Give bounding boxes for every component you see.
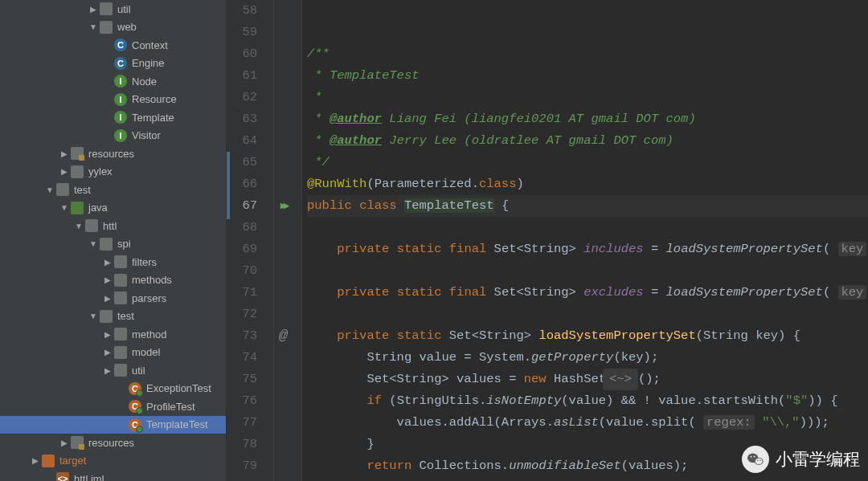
tree-item-label: yylex [88, 165, 113, 177]
code-line[interactable]: private static Set<String> loadSystemPro… [307, 325, 868, 347]
tree-item-yylex[interactable]: ▶yylex [0, 163, 226, 181]
tree-item-label: model [132, 346, 160, 358]
svg-point-6 [760, 460, 761, 462]
run-gutter-icon[interactable]: ▶▶ [265, 195, 301, 217]
tree-item-method[interactable]: ▶method [0, 325, 226, 344]
code-line[interactable]: String value = System.getProperty(key); [307, 347, 868, 369]
expand-arrow-icon[interactable]: ▼ [88, 312, 98, 320]
expand-arrow-icon[interactable]: ▶ [103, 275, 113, 284]
line-number[interactable]: 61 [227, 65, 257, 87]
code-line[interactable] [307, 22, 868, 43]
expand-arrow-icon[interactable]: ▶ [103, 348, 113, 357]
code-line[interactable] [307, 217, 868, 238]
expand-arrow-icon[interactable]: ▶ [88, 5, 98, 14]
override-gutter-icon[interactable]: @ [265, 325, 301, 347]
code-line[interactable]: @RunWith(Parameterized.class) [307, 173, 868, 195]
expand-arrow-icon[interactable]: ▶ [31, 456, 40, 465]
tree-item-template[interactable]: ITemplate [0, 108, 226, 127]
expand-arrow-icon[interactable]: ▶ [103, 366, 113, 375]
tree-item-filters[interactable]: ▶filters [0, 253, 226, 271]
line-number[interactable]: 70 [227, 260, 257, 282]
tree-item-methods[interactable]: ▶methods [0, 271, 226, 290]
code-line[interactable]: * [307, 87, 868, 108]
line-number[interactable]: 69 [227, 238, 257, 260]
code-line[interactable]: } [307, 477, 868, 481]
line-number[interactable]: 59 [227, 22, 257, 43]
code-area[interactable]: /** * TemplateTest * * @author Liang Fei… [302, 0, 868, 481]
code-line[interactable]: if (StringUtils.isNotEmpty(value) && ! v… [307, 390, 868, 412]
expand-arrow-icon[interactable]: ▼ [74, 222, 84, 230]
code-line[interactable] [307, 260, 868, 282]
line-number[interactable]: 80 [227, 477, 257, 481]
tree-item-visitor[interactable]: IVisitor [0, 127, 226, 145]
code-line[interactable]: */ [307, 152, 868, 173]
expand-arrow-icon[interactable]: ▶ [59, 167, 69, 176]
tree-item-engine[interactable]: CEngine [0, 55, 226, 73]
line-number[interactable]: 64 [227, 130, 257, 152]
line-number[interactable]: 58 [227, 0, 257, 22]
tree-item-exceptiontest[interactable]: CExceptionTest [0, 380, 226, 398]
line-number[interactable]: 62 [227, 87, 257, 108]
expand-arrow-icon[interactable]: ▶ [59, 149, 69, 158]
line-number[interactable]: 66 [227, 173, 257, 195]
line-number[interactable]: 67 [227, 195, 257, 217]
tree-item-web[interactable]: ▼web [0, 18, 226, 37]
expand-arrow-icon[interactable]: ▼ [45, 185, 55, 194]
tree-item-templatetest[interactable]: CTemplateTest [0, 416, 226, 434]
line-number[interactable]: 72 [227, 304, 257, 325]
line-number[interactable]: 75 [227, 369, 257, 390]
tree-item-java[interactable]: ▼java [0, 199, 226, 218]
line-number[interactable]: 71 [227, 282, 257, 304]
line-number[interactable]: 65 [227, 152, 257, 173]
folder-icon [100, 310, 113, 323]
line-number[interactable]: 76 [227, 390, 257, 412]
code-line[interactable]: * TemplateTest [307, 65, 868, 87]
line-number[interactable]: 77 [227, 412, 257, 434]
code-line[interactable]: private static final Set<String> exclude… [307, 282, 868, 304]
tree-item-util[interactable]: ▶util [0, 0, 226, 18]
code-line[interactable]: values.addAll(Arrays.asList(value.split(… [307, 412, 868, 434]
line-number[interactable]: 63 [227, 108, 257, 130]
tree-item-resource[interactable]: IResource [0, 91, 226, 109]
tree-item-profiletest[interactable]: CProfileTest [0, 397, 226, 416]
editor-margin[interactable]: ▶▶@ [265, 0, 302, 481]
expand-arrow-icon[interactable]: ▼ [88, 239, 98, 248]
code-line[interactable] [307, 304, 868, 325]
expand-arrow-icon[interactable]: ▶ [59, 438, 69, 447]
line-number[interactable]: 68 [227, 217, 257, 238]
class-icon: C [129, 382, 141, 395]
tree-item-target[interactable]: ▶target [0, 452, 226, 471]
tree-item-resources[interactable]: ▶resources [0, 145, 226, 163]
expand-arrow-icon[interactable]: ▶ [103, 294, 113, 303]
line-number[interactable]: 60 [227, 43, 257, 65]
class-icon: <> [56, 472, 69, 481]
tree-item-node[interactable]: INode [0, 72, 226, 91]
code-line[interactable]: Set<String> values = new HashSet<~>(); [307, 369, 868, 390]
tree-item-util[interactable]: ▶util [0, 361, 226, 380]
tree-item-httl[interactable]: ▼httl [0, 217, 226, 235]
line-number[interactable]: 73 [227, 325, 257, 347]
code-line[interactable]: * @author Liang Fei (liangfei0201 AT gma… [307, 108, 868, 130]
expand-arrow-icon[interactable]: ▶ [103, 330, 113, 339]
line-number[interactable]: 78 [227, 434, 257, 455]
tree-item-model[interactable]: ▶model [0, 344, 226, 362]
tree-item-test[interactable]: ▼test [0, 308, 226, 326]
tree-item-context[interactable]: CContext [0, 36, 226, 55]
tree-item-httl-iml[interactable]: <>httl.iml [0, 470, 226, 481]
code-line[interactable] [307, 0, 868, 22]
code-line[interactable]: private static final Set<String> include… [307, 238, 868, 260]
code-line[interactable]: * @author Jerry Lee (oldratlee AT gmail … [307, 130, 868, 152]
code-line[interactable]: /** [307, 43, 868, 65]
code-line[interactable]: public class TemplateTest { [307, 195, 868, 217]
project-tree[interactable]: ▶util▼webCContextCEngineINodeIResourceIT… [0, 0, 227, 481]
tree-item-parsers[interactable]: ▶parsers [0, 289, 226, 308]
tree-item-spi[interactable]: ▼spi [0, 235, 226, 254]
expand-arrow-icon[interactable]: ▼ [59, 203, 69, 212]
tree-item-resources[interactable]: ▶resources [0, 434, 226, 452]
line-number[interactable]: 79 [227, 455, 257, 477]
code-editor[interactable]: 5859606162636465666768697071727374757677… [227, 0, 868, 481]
tree-item-test[interactable]: ▼test [0, 181, 226, 199]
line-number[interactable]: 74 [227, 347, 257, 369]
expand-arrow-icon[interactable]: ▶ [103, 258, 113, 267]
expand-arrow-icon[interactable]: ▼ [88, 22, 98, 31]
